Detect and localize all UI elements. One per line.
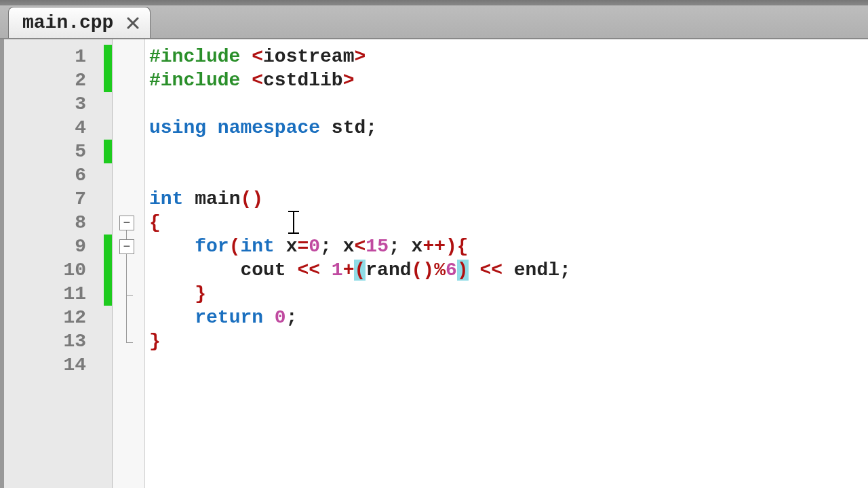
code-line: [145, 353, 868, 377]
text-cursor-icon: [293, 211, 294, 234]
editor[interactable]: 1 2 3 4 5 6 7 8 9 10 11 12 13 14 − − #in…: [0, 39, 868, 488]
code-line: int main(): [145, 187, 868, 211]
line-number: 11: [4, 282, 112, 306]
line-number: 5: [4, 140, 112, 163]
line-number: 3: [4, 92, 112, 116]
line-number-gutter: 1 2 3 4 5 6 7 8 9 10 11 12 13 14: [4, 39, 113, 488]
code-line: return 0;: [145, 306, 868, 329]
fold-guide: [126, 254, 127, 295]
tab-bar: main.cpp: [0, 5, 868, 39]
code-line: [145, 92, 868, 116]
code-line: [145, 163, 868, 187]
line-number: 8: [4, 211, 112, 235]
fold-margin: − −: [113, 39, 145, 488]
code-line: using namespace std;: [145, 116, 868, 140]
change-marker: [104, 235, 112, 306]
line-number: 9: [4, 235, 112, 258]
change-marker: [104, 45, 112, 92]
close-icon[interactable]: [125, 16, 140, 30]
code-line: }: [145, 329, 868, 353]
line-number: 1: [4, 45, 112, 68]
code-line: cout << 1+(rand()%6) << endl;: [145, 258, 868, 282]
line-number: 2: [4, 68, 112, 92]
matched-bracket: (: [354, 260, 366, 281]
fold-guide: [126, 342, 133, 343]
fold-guide: [126, 230, 127, 239]
line-number: 10: [4, 258, 112, 282]
fold-toggle-icon[interactable]: −: [119, 239, 134, 254]
code-area[interactable]: #include <iostream> #include <cstdlib> u…: [145, 39, 868, 488]
code-line: for(int x=0; x<15; x++){: [145, 235, 868, 258]
code-line: #include <cstdlib>: [145, 68, 868, 92]
line-number: 6: [4, 163, 112, 187]
line-number: 7: [4, 187, 112, 211]
matched-bracket: ): [457, 260, 469, 281]
line-number: 4: [4, 116, 112, 140]
tab-filename: main.cpp: [22, 12, 113, 33]
window-top-border: [0, 0, 868, 5]
code-line: }: [145, 282, 868, 306]
line-number: 13: [4, 329, 112, 353]
code-line: {: [145, 211, 868, 235]
fold-guide: [126, 295, 133, 296]
line-number: 12: [4, 306, 112, 329]
fold-guide: [126, 295, 127, 342]
fold-toggle-icon[interactable]: −: [119, 216, 134, 230]
change-marker: [104, 140, 112, 163]
line-number: 14: [4, 353, 112, 377]
code-line: #include <iostream>: [145, 45, 868, 68]
file-tab-main-cpp[interactable]: main.cpp: [8, 7, 151, 38]
code-line: [145, 140, 868, 163]
